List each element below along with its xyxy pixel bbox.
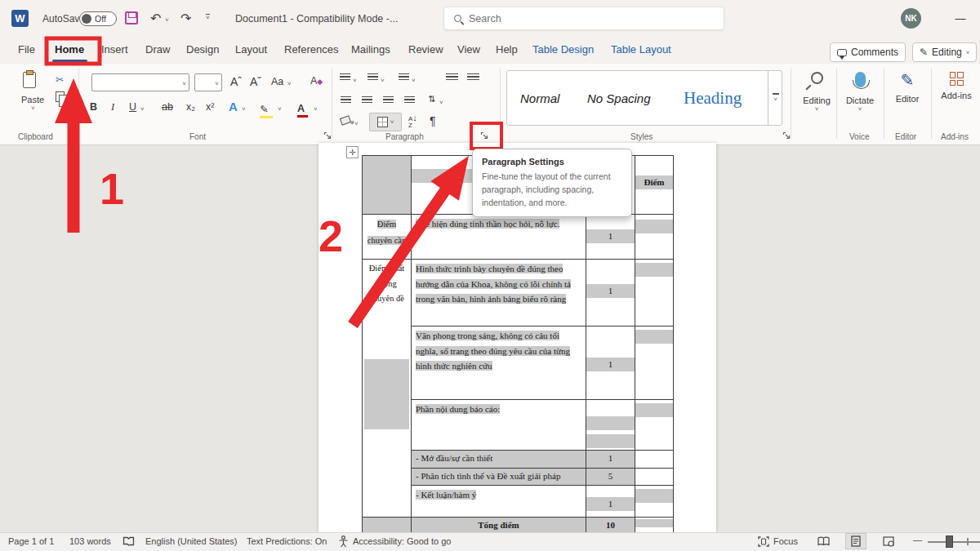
points-cell[interactable]: 5: [586, 468, 635, 486]
points-cell[interactable]: 1: [586, 486, 635, 518]
increase-indent-button[interactable]: [467, 73, 479, 82]
cut-icon[interactable]: ✂: [56, 73, 64, 86]
comments-button[interactable]: Comments: [830, 42, 906, 62]
category-cell[interactable]: Điểm chất lượng chuyên đề: [363, 260, 412, 518]
sort-button[interactable]: A↓ Z: [408, 114, 417, 129]
strikethrough-button[interactable]: ab: [162, 101, 173, 113]
chevron-down-icon[interactable]: ˅: [140, 105, 145, 113]
font-dialog-launcher[interactable]: [323, 131, 332, 140]
tab-review[interactable]: Review: [408, 43, 443, 56]
quick-access-overflow-icon[interactable]: ˅: [206, 14, 210, 20]
header-score-cell[interactable]: Điểm: [635, 156, 674, 215]
points-cell[interactable]: 1: [586, 215, 635, 260]
align-right-button[interactable]: [383, 96, 394, 104]
tab-table-design[interactable]: Table Design: [532, 43, 594, 56]
tab-file[interactable]: File: [18, 43, 35, 56]
styles-gallery-more-button[interactable]: ˅: [768, 71, 782, 125]
tab-design[interactable]: Design: [186, 43, 219, 56]
tab-references[interactable]: References: [284, 43, 338, 56]
align-center-button[interactable]: [362, 96, 372, 104]
clear-formatting-button[interactable]: A◆: [310, 75, 323, 87]
desc-cell[interactable]: Văn phong trong sáng, không có câu tối n…: [412, 327, 586, 400]
paragraph-dialog-launcher[interactable]: [480, 131, 489, 140]
bold-button[interactable]: B: [90, 101, 97, 113]
tab-draw[interactable]: Draw: [145, 43, 170, 56]
score-cell[interactable]: [635, 468, 674, 486]
font-size-combobox[interactable]: ˅: [194, 73, 222, 91]
shading-button[interactable]: [341, 117, 350, 124]
copy-icon[interactable]: [56, 91, 65, 102]
editor-button[interactable]: ✎ Editor: [890, 72, 924, 104]
desc-cell[interactable]: - Phân tích tình thế và Đề xuất giải phá…: [412, 468, 586, 486]
undo-icon[interactable]: ↶: [150, 11, 161, 26]
dictate-button[interactable]: Dictate ˅: [841, 72, 879, 113]
proofing-icon[interactable]: [122, 535, 135, 547]
score-cell[interactable]: [635, 451, 674, 469]
underline-button[interactable]: U: [129, 101, 136, 113]
chevron-down-icon[interactable]: ˅: [381, 77, 385, 84]
justify-button[interactable]: [404, 96, 415, 104]
undo-chevron-icon[interactable]: ˅: [165, 16, 169, 24]
multilevel-list-button[interactable]: [399, 73, 409, 82]
redo-icon[interactable]: ↷: [180, 11, 191, 26]
header-category-cell[interactable]: [363, 156, 412, 215]
align-left-button[interactable]: [341, 96, 351, 104]
points-cell[interactable]: [586, 400, 635, 451]
text-effects-button[interactable]: A: [229, 100, 238, 113]
points-cell[interactable]: 1: [586, 451, 635, 469]
line-spacing-button[interactable]: ⇅: [428, 94, 435, 104]
desc-cell[interactable]: Thể hiện đúng tinh thần học hỏi, nỗ lực.: [412, 215, 586, 260]
style-normal[interactable]: Normal: [520, 71, 559, 125]
borders-button[interactable]: ˅: [369, 113, 402, 131]
zoom-slider-track[interactable]: [928, 541, 980, 543]
score-cell[interactable]: [635, 327, 674, 400]
italic-button[interactable]: I: [111, 101, 114, 113]
change-case-button[interactable]: Aa: [271, 76, 283, 87]
pilcrow-button[interactable]: ¶: [430, 114, 436, 127]
chevron-down-icon[interactable]: ˅: [439, 99, 443, 106]
style-no-spacing[interactable]: No Spacing: [587, 71, 651, 125]
bullets-button[interactable]: [340, 73, 350, 82]
tab-table-layout[interactable]: Table Layout: [611, 43, 671, 56]
score-cell[interactable]: [635, 260, 674, 327]
chevron-down-icon[interactable]: ˅: [354, 120, 359, 127]
points-cell[interactable]: 1: [586, 260, 635, 327]
subscript-button[interactable]: x₂: [186, 101, 195, 113]
editing-mode-button[interactable]: ✎ Editing ˅: [912, 42, 977, 62]
search-input[interactable]: [469, 13, 632, 24]
save-icon[interactable]: [125, 11, 138, 24]
word-app-icon[interactable]: W: [11, 10, 29, 27]
zoom-out-button[interactable]: —: [913, 535, 922, 544]
category-cell[interactable]: Điểm chuyên cần: [363, 215, 412, 260]
desc-cell[interactable]: - Mở đầu/sự cần thiết: [412, 451, 586, 469]
paste-button[interactable]: Paste ˅: [23, 72, 44, 112]
desc-cell[interactable]: Hình thức trình bày chuyên đề đúng theo …: [412, 260, 586, 327]
score-cell[interactable]: [635, 486, 674, 518]
desc-cell[interactable]: - Kết luận/hàm ý: [412, 486, 586, 518]
tab-layout[interactable]: Layout: [235, 43, 267, 56]
word-count[interactable]: 103 words: [69, 536, 111, 546]
tab-help[interactable]: Help: [496, 43, 518, 56]
grow-font-button[interactable]: Aˆ: [230, 75, 242, 88]
shrink-font-button[interactable]: Aˇ: [250, 75, 261, 88]
tab-view[interactable]: View: [457, 43, 480, 56]
web-layout-button[interactable]: [878, 533, 899, 549]
addins-button[interactable]: Add-ins: [938, 72, 975, 100]
tab-mailings[interactable]: Mailings: [351, 43, 390, 56]
page-indicator[interactable]: Page 1 of 1: [8, 536, 54, 546]
minimize-button[interactable]: —: [949, 8, 972, 28]
language-indicator[interactable]: English (United States): [145, 536, 238, 546]
search-bar[interactable]: [443, 7, 724, 30]
desc-cell[interactable]: Phần nội dung báo cáo:: [412, 400, 586, 451]
highlight-color-button[interactable]: ✎: [260, 101, 268, 116]
chevron-down-icon[interactable]: ˅: [353, 77, 357, 84]
chevron-down-icon[interactable]: ˅: [278, 105, 282, 113]
table-move-handle[interactable]: ✛: [346, 146, 359, 158]
score-cell[interactable]: [635, 215, 674, 260]
text-predictions-indicator[interactable]: Text Predictions: On: [247, 536, 327, 546]
decrease-indent-button[interactable]: [446, 73, 458, 82]
score-cell[interactable]: [635, 400, 674, 451]
font-name-combobox[interactable]: ˅: [91, 73, 189, 91]
tab-insert[interactable]: Insert: [101, 43, 128, 56]
chevron-down-icon[interactable]: ˅: [242, 105, 246, 113]
